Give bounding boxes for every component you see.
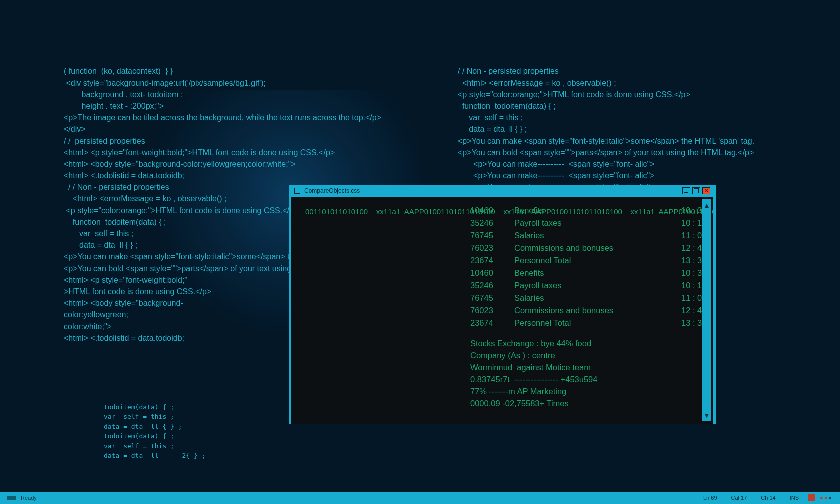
ledger-cell: Salaries	[514, 231, 672, 240]
ledger-cell: Commissions and bonuses	[514, 244, 672, 253]
status-column: Cal 17	[732, 495, 748, 501]
scroll-down-icon[interactable]: ▼	[704, 410, 710, 422]
ledger-row: 35246Payroll taxes10 : 12NSA	[470, 281, 714, 290]
code-line: height . text - :200px;">	[64, 100, 439, 112]
code-line: var self = this ;	[104, 442, 439, 452]
dialog-scrollbar[interactable]: ▲ ▼	[702, 200, 712, 422]
minimize-button[interactable]	[682, 188, 690, 194]
ledger-row: 76745Salaries11 : 01NSA	[470, 294, 714, 303]
ledger-row: 23674Personnel Total13 : 32NSA	[470, 318, 714, 328]
ledger-cell: 10460	[470, 268, 506, 278]
ledger-cell: 35246	[470, 281, 506, 290]
code-line: <p>You can make---------- <span style="f…	[458, 170, 768, 182]
status-error-icon[interactable]	[808, 494, 815, 502]
maximize-button[interactable]	[692, 188, 700, 194]
ledger-cell: 23674	[470, 256, 506, 266]
code-line: <p>The image can be tiled across the bac…	[64, 112, 439, 124]
ledger-row: 10460Benefits10 : 37NSA	[470, 268, 714, 278]
binary-dump-line: 001101011010100 xx11a1 AAPP01	[306, 208, 432, 216]
ledger-row: 76023Commissions and bonuses12 : 44NSA	[470, 244, 714, 253]
ledger-cell: Salaries	[514, 294, 672, 303]
dialog-title-text: CompareObjects.css	[304, 188, 360, 194]
ledger-cell: 76023	[470, 244, 506, 253]
ledger-row: 76023Commissions and bonuses12 : 44NSA	[470, 306, 714, 316]
ledger-footer: Stocks Exchange : bye 44% food Company (…	[470, 338, 714, 410]
code-line: <div style="background-image:url('/pix/s…	[64, 78, 439, 89]
code-line: <html> <.todolistid = data.todoidb;	[64, 170, 439, 182]
status-indicator-dots: ●●●	[820, 495, 833, 501]
compare-objects-dialog: CompareObjects.css 001101011010100 xx11a…	[289, 185, 716, 424]
ledger-row: 35246Payroll taxes10 : 12NSA	[470, 218, 714, 228]
status-char: Ch 14	[761, 495, 776, 501]
code-line: todoitem(data) { ;	[104, 432, 439, 442]
ledger-cell: Personnel Total	[514, 318, 672, 328]
code-line: / / persisted properties	[64, 136, 439, 147]
ledger-column: 10460Benefits10 : 37NSA35246Payroll taxe…	[470, 206, 714, 410]
status-ready-text: Ready	[21, 495, 37, 501]
ledger-cell: 10460	[470, 206, 506, 216]
dialog-titlebar[interactable]: CompareObjects.css	[292, 185, 714, 197]
code-line: function todoitem(data) { ;	[458, 100, 768, 112]
status-insert: INS	[790, 495, 799, 501]
ledger-cell: Payroll taxes	[514, 281, 672, 290]
ledger-row: 76745Salaries11 : 01NSA	[470, 231, 714, 240]
close-button[interactable]	[702, 188, 710, 194]
ledger-cell: Payroll taxes	[514, 218, 672, 228]
code-line: <p style="color:orange;">HTML font code …	[458, 89, 768, 100]
ledger-cell: 76745	[470, 231, 506, 240]
status-ready-icon	[7, 496, 16, 500]
code-line: <html> <errorMessage = ko , observable()…	[458, 78, 768, 89]
status-line: Ln 69	[704, 495, 718, 501]
binary-dump-column: 001101011010100 xx11a1 AAPP0100110101101…	[306, 206, 466, 218]
code-line: ( function (ko, datacontext) } }	[64, 66, 439, 77]
ledger-cell: 35246	[470, 218, 506, 228]
code-line: / / Non - persisted properties	[458, 66, 768, 77]
code-line: </div>	[64, 124, 439, 135]
scroll-up-icon[interactable]: ▲	[704, 200, 710, 212]
code-line: <html> <p style="font-weight:bold;">HTML…	[64, 147, 439, 158]
ledger-row: 10460Benefits10 : 37NSA	[470, 206, 714, 216]
code-line: <p>You can make---------- <span style="f…	[458, 158, 768, 170]
ledger-cell: Benefits	[514, 206, 672, 216]
ledger-cell: 76745	[470, 294, 506, 303]
dialog-body: 001101011010100 xx11a1 AAPP0100110101101…	[292, 197, 714, 424]
ledger-cell: 23674	[470, 318, 506, 328]
ledger-cell: 76023	[470, 306, 506, 316]
ledger-cell: Benefits	[514, 268, 672, 278]
code-line: var self = this ;	[458, 112, 768, 124]
code-line: data = dta ll -----2{ } ;	[104, 451, 439, 461]
code-line: background . text- todoitem ;	[64, 89, 439, 100]
ledger-cell: Commissions and bonuses	[514, 306, 672, 316]
code-line: <p>You can bold <span style="">parts</sp…	[458, 147, 768, 158]
status-bar: Ready Ln 69 Cal 17 Ch 14 INS ●●●	[0, 492, 840, 504]
code-line: data = dta ll { } ;	[458, 124, 768, 135]
ledger-row: 23674Personnel Total13 : 32NSA	[470, 256, 714, 266]
code-line: <html> <body style="background-color:yel…	[64, 158, 439, 170]
ledger-cell: Personnel Total	[514, 256, 672, 266]
file-icon	[294, 188, 300, 194]
code-line: <p>You can make <span style="font-style:…	[458, 136, 768, 147]
